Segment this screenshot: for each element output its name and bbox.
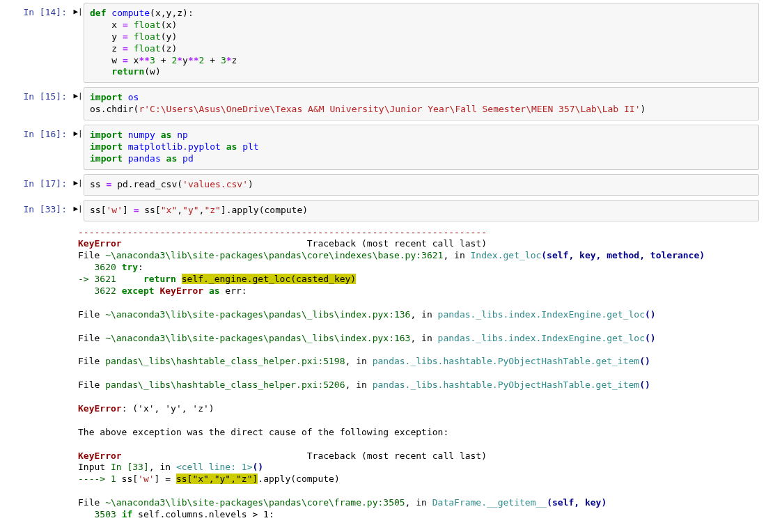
code-input[interactable]: def compute(x,y,z): x = float(x) y = flo… — [84, 3, 759, 83]
code-cell-33: In [33]: ▶| ss['w'] = ss["x","y","z"].ap… — [0, 200, 766, 221]
prompt: In [14]: — [0, 3, 72, 83]
code-input[interactable]: import numpy as np import matplotlib.pyp… — [84, 125, 759, 170]
run-icon[interactable]: ▶| — [72, 87, 84, 120]
code-cell-17: In [17]: ▶| ss = pd.read_csv('values.csv… — [0, 174, 766, 196]
prompt: In [33]: — [0, 200, 72, 221]
run-icon[interactable]: ▶| — [72, 3, 84, 83]
run-icon[interactable]: ▶| — [72, 200, 84, 221]
code-input[interactable]: ss = pd.read_csv('values.csv') — [84, 174, 759, 196]
code-cell-16: In [16]: ▶| import numpy as np import ma… — [0, 125, 766, 170]
code-cell-15: In [15]: ▶| import os os.chdir(r'C:\User… — [0, 87, 766, 120]
traceback-output: ----------------------------------------… — [78, 226, 759, 522]
prompt: In [17]: — [0, 174, 72, 196]
code-input[interactable]: import os os.chdir(r'C:\Users\Asus\OneDr… — [84, 87, 759, 120]
run-icon[interactable]: ▶| — [72, 125, 84, 170]
prompt: In [15]: — [0, 87, 72, 120]
code-cell-14: In [14]: ▶| def compute(x,y,z): x = floa… — [0, 3, 766, 83]
prompt: In [16]: — [0, 125, 72, 170]
run-icon[interactable]: ▶| — [72, 174, 84, 196]
code-input[interactable]: ss['w'] = ss["x","y","z"].apply(compute) — [84, 200, 759, 221]
